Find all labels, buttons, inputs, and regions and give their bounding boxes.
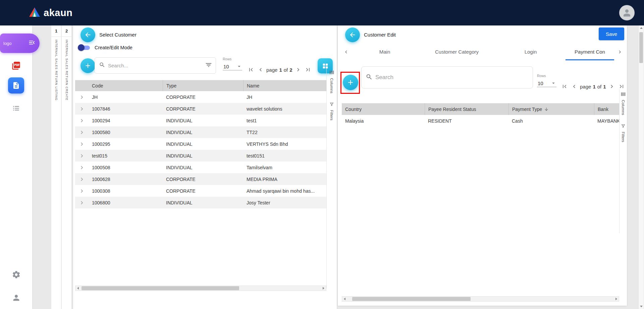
table-row[interactable]: 1000508 INDIVIDUAL Tamilselvam — [75, 162, 326, 173]
table-row[interactable]: 1000628 CORPORATE MEDIA PRIMA — [75, 173, 326, 185]
columns-grip-icon[interactable] — [621, 92, 626, 98]
first-page-button[interactable] — [247, 66, 255, 74]
pdf-export-icon[interactable] — [11, 61, 21, 71]
rows-select[interactable]: 10 — [223, 62, 242, 70]
customer-search-input[interactable] — [108, 63, 205, 68]
filters-funnel-icon[interactable] — [329, 102, 334, 108]
next-page-button[interactable] — [608, 82, 616, 90]
save-button[interactable]: Save — [599, 27, 624, 40]
tab-main[interactable]: Main — [365, 44, 405, 59]
workspace-tab-1-label[interactable]: INTERNAL SALES RETURN LISTING — [55, 40, 58, 101]
prev-page-button[interactable] — [570, 82, 578, 90]
cell-type: INDIVIDUAL — [163, 200, 243, 205]
prev-page-button[interactable] — [257, 66, 265, 74]
row-expand-icon[interactable] — [75, 199, 89, 206]
filters-label[interactable]: Filters — [621, 132, 625, 142]
header-payee-resident-status[interactable]: Payee Resident Status — [425, 103, 508, 115]
profile-person-icon[interactable] — [11, 293, 21, 303]
payment-search-box — [361, 66, 533, 88]
columns-grip-icon[interactable] — [329, 70, 334, 76]
table-row[interactable]: 1000295 INDIVIDUAL VERTHYS Sdn Bhd — [75, 138, 326, 150]
header-bank[interactable]: Bank — [594, 103, 619, 115]
table-row[interactable]: 1000580 INDIVIDUAL TT22 — [75, 126, 326, 138]
cell-code: 1000308 — [89, 188, 163, 194]
filter-list-icon[interactable] — [205, 61, 212, 70]
columns-label[interactable]: Columns — [330, 78, 334, 93]
first-page-button[interactable] — [560, 82, 569, 90]
back-button[interactable] — [80, 27, 95, 42]
tabs-scroll-left-icon[interactable] — [342, 48, 351, 56]
table-row[interactable]: JH CORPORATE JH — [75, 91, 326, 103]
scroll-left-arrow[interactable] — [75, 286, 81, 291]
header-code[interactable]: Code — [89, 80, 163, 91]
documents-module-button[interactable] — [8, 77, 24, 94]
tab-login[interactable]: Login — [509, 44, 552, 59]
scroll-track[interactable] — [81, 286, 321, 291]
settings-gear-icon[interactable] — [11, 269, 21, 280]
tab-payment-config[interactable]: Payment Con — [566, 44, 614, 59]
table-row[interactable]: 1006800 INDIVIDUAL Josy Tester — [75, 197, 326, 208]
sidebar-collapse-icon[interactable] — [28, 39, 36, 48]
header-country[interactable]: Country — [342, 103, 425, 115]
sidebar-logo-box[interactable]: logo — [0, 34, 40, 53]
scroll-left-arrow[interactable] — [342, 297, 347, 301]
scroll-thumb[interactable] — [639, 32, 643, 63]
scroll-thumb[interactable] — [82, 286, 239, 290]
row-expand-icon[interactable] — [75, 117, 89, 124]
scroll-up-arrow[interactable] — [639, 25, 644, 31]
row-expand-icon[interactable] — [75, 188, 89, 194]
page-label: page — [580, 84, 591, 89]
cell-name: JH — [243, 95, 326, 100]
workspace-tab-1[interactable]: 1 INTERNAL SALES RETURN LISTING — [51, 25, 61, 309]
row-expand-icon[interactable] — [75, 152, 89, 159]
workspace-tab-1-number[interactable]: 1 — [51, 25, 61, 37]
header-type[interactable]: Type — [163, 80, 243, 91]
filters-label[interactable]: Filters — [330, 110, 334, 120]
filters-funnel-icon[interactable] — [621, 124, 626, 130]
next-page-button[interactable] — [294, 66, 302, 74]
workspace-tab-2-number[interactable]: 2 — [62, 25, 71, 37]
add-customer-button[interactable] — [80, 58, 95, 73]
back-button[interactable] — [345, 27, 360, 42]
page-vertical-scrollbar[interactable] — [638, 25, 644, 309]
table-row[interactable]: 1000308 CORPORATE Ahmad syarqawi bin moh… — [75, 185, 326, 197]
workspace-tab-2[interactable]: 2 INTERNAL SALES RETURN CREATE — [61, 25, 72, 309]
customer-edit-panel: Customer Edit Save Main Customer Categor… — [338, 25, 627, 306]
scroll-down-arrow[interactable] — [639, 304, 644, 309]
total-pages: 1 — [603, 84, 606, 89]
header-name[interactable]: Name — [243, 80, 326, 91]
scroll-track[interactable] — [347, 297, 613, 301]
user-avatar[interactable] — [619, 5, 635, 20]
row-expand-icon[interactable] — [75, 176, 89, 183]
header-payment-type[interactable]: Payment Type — [508, 103, 594, 115]
total-pages: 2 — [289, 67, 292, 73]
last-page-button[interactable] — [304, 66, 312, 74]
create-edit-mode-toggle[interactable] — [78, 44, 91, 51]
panel-title: Select Customer — [99, 32, 137, 38]
scroll-thumb[interactable] — [352, 297, 471, 301]
row-expand-icon[interactable] — [75, 164, 89, 171]
row-expand-icon[interactable] — [75, 94, 89, 101]
tab-customer-category[interactable]: Customer Category — [415, 44, 499, 59]
table-row[interactable]: Malaysia RESIDENT Cash MAYBANK — [342, 115, 619, 127]
row-expand-icon[interactable] — [75, 106, 89, 112]
cell-type: CORPORATE — [163, 106, 243, 112]
table-horizontal-scrollbar[interactable] — [342, 296, 619, 302]
brand-name: akaun — [44, 7, 72, 18]
payment-search-input[interactable] — [375, 74, 529, 81]
list-menu-icon[interactable] — [11, 103, 21, 113]
table-row[interactable]: test015 INDIVIDUAL test0151 — [75, 150, 326, 162]
sort-descending-icon[interactable] — [544, 107, 549, 112]
workspace-tab-2-label[interactable]: INTERNAL SALES RETURN CREATE — [65, 40, 68, 101]
table-row[interactable]: 1007846 CORPORATE wavelet solutions — [75, 103, 326, 115]
scroll-right-arrow[interactable] — [613, 297, 619, 301]
row-expand-icon[interactable] — [75, 141, 89, 147]
tabs-scroll-right-icon[interactable] — [615, 48, 624, 56]
table-row[interactable]: 1000294 INDIVIDUAL test1 — [75, 115, 326, 126]
scroll-right-arrow[interactable] — [321, 286, 326, 291]
rows-select[interactable]: 10 — [537, 79, 556, 87]
columns-label[interactable]: Columns — [621, 100, 625, 115]
row-expand-icon[interactable] — [75, 129, 89, 136]
cell-country: Malaysia — [342, 118, 425, 124]
table-horizontal-scrollbar[interactable] — [75, 286, 326, 291]
